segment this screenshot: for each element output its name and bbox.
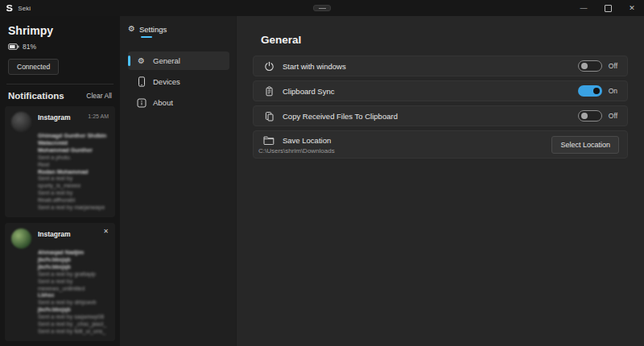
notification-meta: Instagram [38, 229, 109, 238]
maximize-icon [605, 5, 612, 12]
notification-time: 1:25 AM [88, 113, 109, 119]
start-with-windows-toggle[interactable] [578, 60, 602, 72]
setting-row-start-with-windows: Start with windows Off [253, 56, 628, 76]
setting-label: Clipboard Sync [283, 87, 334, 96]
battery-percent: 81% [23, 43, 36, 51]
notification-line: Lbhsc [38, 292, 109, 299]
select-location-button[interactable]: Select Location [551, 136, 619, 154]
setting-row-save-location: Save Location C:\Users\shrim\Downloads S… [253, 130, 628, 159]
tab-settings[interactable]: ⚙ Settings [128, 25, 167, 39]
notification-card[interactable]: Instagram 1:25 AM Ghimagd Gunther Shdbin… [5, 106, 115, 217]
device-panel: Shrimpy 81% Connected [0, 21, 120, 75]
notification-line: Sent a reel by sporty_is_meeee [38, 175, 109, 190]
nav-item-label: About [153, 98, 173, 107]
notifications-header: Notifications Clear All [0, 84, 120, 105]
settings-tab-label: Settings [139, 25, 167, 34]
notification-line: Rodan Mohammad [38, 169, 109, 176]
close-icon[interactable]: ✕ [103, 229, 109, 235]
drag-handle-dash [319, 8, 326, 9]
settings-rows: Start with windows Off [253, 56, 628, 159]
app-logo-icon: S [6, 3, 12, 13]
notification-line: Sent a photo. [38, 154, 109, 162]
smartphone-icon [136, 76, 147, 87]
content: Shrimpy 81% Connected Notifications Clea… [0, 16, 644, 346]
window-controls: — ✕ [572, 0, 644, 16]
active-tab-indicator [141, 36, 152, 39]
setting-label: Save Location [283, 136, 331, 145]
notification-line: Sent a reel by grattayip [38, 271, 109, 278]
power-icon [263, 61, 275, 72]
notification-list: Instagram 1:25 AM Ghimagd Gunther Shdbin… [0, 105, 120, 346]
close-button[interactable]: ✕ [620, 0, 644, 16]
notification-line: Sent a reel by _chsc_jascl_ [38, 321, 109, 328]
setting-label: Copy Received Files To Clipboard [283, 112, 398, 121]
nav-item-devices[interactable]: Devices [128, 72, 229, 91]
notification-line: Sent a reel by fstil_ui_uns_ [38, 328, 109, 336]
device-name: Shrimpy [8, 24, 112, 37]
notification-line: Sent a reel by saqwnwp08 [38, 314, 109, 321]
titlebar: S Seki — ✕ [0, 0, 644, 16]
notification-line: Ghimagd Gunther Shdbin Watacnmid [38, 133, 109, 147]
notification-line: jbcfv.bbsjqb [38, 307, 109, 314]
setting-row-copy-received-files: Copy Received Files To Clipboard Off [253, 105, 628, 126]
notification-line: Reel [38, 162, 109, 169]
clipboard-icon [263, 86, 275, 97]
nav-item-label: General [153, 56, 180, 65]
avatar [11, 229, 31, 249]
info-icon [136, 98, 147, 108]
toggle-state-label: On [609, 87, 617, 95]
app-title: Seki [18, 5, 31, 12]
app-window: S Seki — ✕ Shrimpy 81% Connected [0, 0, 644, 346]
gear-icon: ⚙ [136, 57, 147, 65]
nav-item-label: Devices [153, 77, 180, 86]
drag-handle[interactable] [313, 5, 331, 11]
connection-status-badge: Connected [8, 59, 59, 75]
battery-row: 81% [8, 42, 112, 51]
page-title: General [261, 34, 628, 46]
notification-line: Sent a reel by marjanwape [38, 204, 109, 212]
notification-line: Ahmaqad Nadjim jbcfv.bbsjqb [38, 249, 109, 264]
clear-all-button[interactable]: Clear All [86, 92, 112, 100]
battery-icon [8, 42, 19, 51]
setting-row-clipboard-sync: Clipboard Sync On [253, 80, 628, 101]
clipboard-sync-toggle[interactable] [578, 85, 602, 97]
folder-icon [263, 135, 275, 145]
notification-body: Ghimagd Gunther Shdbin WatacnmidMohammad… [38, 133, 109, 212]
settings-gear-icon: ⚙ [128, 25, 135, 33]
notification-line: jbcfv.bbsjqb [38, 264, 109, 271]
notification-line: Sent a reel by meeewo_unlimited [38, 278, 109, 293]
notifications-title: Notifications [8, 91, 64, 101]
nav-item-about[interactable]: About [128, 93, 229, 112]
toggle-state-label: Off [609, 112, 617, 120]
notification-head: Instagram [11, 229, 109, 249]
notification-line: Sent a reel by drbjcwvb [38, 299, 109, 307]
notification-app: Instagram [38, 113, 71, 122]
copy-received-files-toggle[interactable] [578, 110, 602, 122]
notification-head: Instagram 1:25 AM [11, 112, 109, 132]
copy-to-clipboard-icon [263, 111, 275, 122]
nav-item-general[interactable]: ⚙ General [128, 51, 229, 70]
minimize-button[interactable]: — [572, 0, 596, 16]
avatar [11, 112, 31, 132]
sidebar: Shrimpy 81% Connected Notifications Clea… [0, 16, 120, 346]
main-panel: General Start with windows Off [236, 16, 644, 346]
notification-meta: Instagram 1:25 AM [38, 112, 109, 122]
toggle-state-label: Off [609, 62, 617, 70]
maximize-button[interactable] [596, 0, 620, 16]
settings-nav-list: ⚙ General Devices [128, 51, 229, 112]
notification-line: Mohammad Gunther [38, 147, 109, 154]
settings-nav-column: ⚙ Settings ⚙ General D [120, 16, 236, 346]
setting-label: Start with windows [283, 62, 346, 71]
notification-card[interactable]: ✕ Instagram Ahmaqad Nadjim jbcfv.bbsjqbj… [5, 223, 115, 341]
notification-line: Sent a reel by fitnab.affhorabi [38, 190, 109, 204]
notification-app: Instagram [38, 230, 71, 238]
notification-body: Ahmaqad Nadjim jbcfv.bbsjqbjbcfv.bbsjqbS… [38, 249, 109, 336]
